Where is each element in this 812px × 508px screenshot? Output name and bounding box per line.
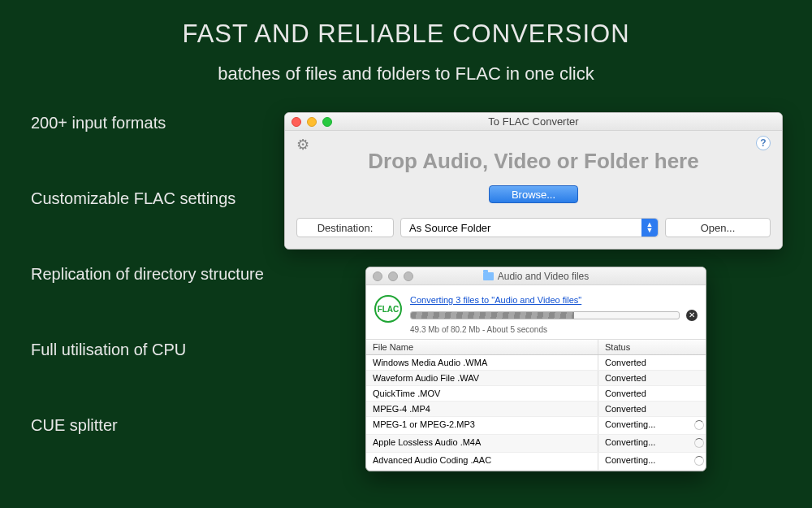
cancel-icon[interactable]: ✕ [686,310,698,321]
cell-status: Converted [598,355,688,370]
cell-status: Converting... [598,435,688,452]
cell-status: Converting... [598,417,688,434]
drop-zone-label[interactable]: Drop Audio, Video or Folder here [296,149,771,174]
window-title: Audio and Video files [366,271,706,282]
table-row[interactable]: Advanced Audio Coding .AACConverting... [366,453,706,471]
table-row[interactable]: Waveform Audio File .WAVConverted [366,371,706,386]
progress-window: Audio and Video files FLAC Converting 3 … [365,267,706,471]
table-row[interactable]: QuickTime .MOVConverted [366,386,706,402]
cell-status: Converted [598,386,688,401]
folder-icon [483,272,494,280]
gear-icon[interactable]: ⚙ [296,136,309,154]
destination-combo[interactable]: As Source Folder ▲▼ [400,218,659,237]
browse-button[interactable]: Browse... [489,185,578,203]
hero-title: FAST AND RELIABLE CONVERSION [0,20,812,49]
table-row[interactable]: Windows Media Audio .WMAConverted [366,355,706,371]
converting-status-link[interactable]: Converting 3 files to "Audio and Video f… [410,295,581,305]
cell-filename: Advanced Audio Coding .AAC [366,453,598,470]
table-row[interactable]: MPEG-4 .MP4Converted [366,402,706,417]
cell-filename: Apple Lossless Audio .M4A [366,435,598,452]
table-header: File Name Status [366,340,706,355]
cell-status: Converting... [598,453,688,470]
cell-filename: Windows Media Audio .WMA [366,355,598,370]
spinner-icon [694,456,704,466]
progress-fill [411,312,574,319]
spinner-icon [694,420,704,430]
col-header-name[interactable]: File Name [366,340,598,354]
open-button[interactable]: Open... [665,218,771,237]
cell-filename: QuickTime .MOV [366,386,598,401]
drop-window: To FLAC Converter ⚙ ? Drop Audio, Video … [284,112,783,250]
table-row[interactable]: MPEG-1 or MPEG-2.MP3Converting... [366,417,706,435]
table-row[interactable]: Apple Lossless Audio .M4AConverting... [366,435,706,453]
feature-item: CUE splitter [31,416,264,435]
file-table: File Name Status Windows Media Audio .WM… [366,340,706,471]
flac-badge-icon: FLAC [374,295,402,323]
destination-value: As Source Folder [409,222,490,234]
hero-subtitle: batches of files and folders to FLAC in … [0,63,812,85]
feature-list: 200+ input formats Customizable FLAC set… [31,114,264,435]
help-icon[interactable]: ? [756,136,771,150]
cell-filename: MPEG-1 or MPEG-2.MP3 [366,417,598,434]
window-title: To FLAC Converter [285,115,782,128]
progress-detail: 49.3 Mb of 80.2 Mb - About 5 seconds [410,325,698,334]
spinner-icon [694,438,704,448]
feature-item: Replication of directory structure [31,265,264,284]
feature-item: Customizable FLAC settings [31,189,264,208]
progress-bar [410,311,680,319]
window-titlebar: Audio and Video files [366,267,706,285]
feature-item: Full utilisation of CPU [31,341,264,359]
destination-button[interactable]: Destination: [296,218,394,237]
feature-item: 200+ input formats [31,114,264,132]
window-titlebar: To FLAC Converter [285,113,782,131]
col-header-status[interactable]: Status [598,340,688,354]
cell-status: Converted [598,371,688,385]
chevron-updown-icon: ▲▼ [641,219,658,237]
cell-status: Converted [598,402,688,416]
cell-filename: MPEG-4 .MP4 [366,402,598,416]
cell-filename: Waveform Audio File .WAV [366,371,598,385]
